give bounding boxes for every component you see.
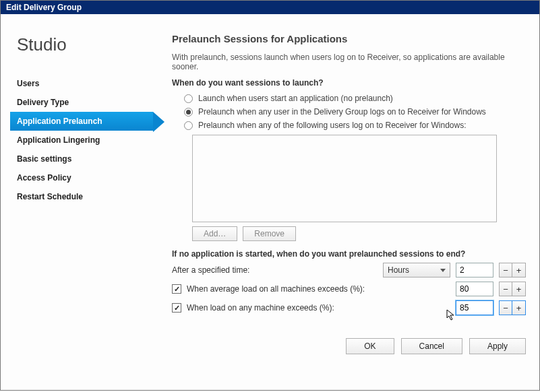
radio-label: Launch when users start an application (… [198,94,393,103]
remove-button[interactable]: Remove [243,226,296,241]
radio-icon [184,94,193,103]
radio-no-prelaunch[interactable]: Launch when users start an application (… [172,92,526,105]
radio-label: Prelaunch when any user in the Delivery … [198,107,486,117]
ok-button[interactable]: OK [346,338,394,354]
avg-load-label: When average load on all machines exceed… [187,284,365,294]
sidebar-item-label: Basic settings [17,154,71,164]
select-value: Hours [388,265,409,275]
sidebar-item-restart-schedule[interactable]: Restart Schedule [10,187,153,206]
after-time-label: After a specified time: [172,265,249,275]
sidebar-item-application-prelaunch[interactable]: Application Prelaunch [10,112,153,131]
dialog-footer: OK Cancel Apply [172,319,526,354]
sidebar-item-delivery-type[interactable]: Delivery Type [10,93,153,112]
apply-button[interactable]: Apply [469,338,526,354]
any-load-label: When load on any machine exceeds (%): [187,303,334,313]
sidebar-item-basic-settings[interactable]: Basic settings [10,150,153,168]
any-load-input[interactable] [456,300,493,315]
after-time-row: After a specified time: Hours − + [172,263,526,277]
main-panel: Prelaunch Sessions for Applications With… [157,28,530,381]
page-heading: Prelaunch Sessions for Applications [172,33,526,44]
users-listbox[interactable] [192,135,497,222]
increment-button[interactable]: + [512,282,526,296]
sidebar-item-label: Delivery Type [17,98,69,107]
increment-button[interactable]: + [512,263,526,277]
sidebar-item-label: Users [17,79,39,88]
page-description: With prelaunch, sessions launch when use… [172,53,526,71]
radio-any-user[interactable]: Prelaunch when any user in the Delivery … [172,105,526,119]
window: Edit Delivery Group Studio Users Deliver… [0,0,540,391]
sidebar-item-access-policy[interactable]: Access Policy [10,168,153,187]
any-load-checkbox[interactable] [172,303,181,313]
sidebar-item-application-lingering[interactable]: Application Lingering [10,131,153,150]
brand-title: Studio [10,28,153,74]
avg-load-spinner: − + [499,282,526,296]
time-value-input[interactable] [456,263,493,277]
decrement-button[interactable]: − [499,282,512,296]
sidebar-item-label: Application Prelaunch [17,117,102,126]
any-load-row: When load on any machine exceeds (%): − … [172,300,526,315]
increment-button[interactable]: + [512,300,526,315]
avg-load-row: When average load on all machines exceed… [172,282,526,296]
sidebar-item-label: Access Policy [17,173,71,183]
any-load-spinner: − + [499,300,526,315]
radio-icon [184,108,193,117]
sidebar-item-label: Restart Schedule [17,192,83,201]
avg-load-checkbox[interactable] [172,284,181,294]
decrement-button[interactable]: − [499,263,512,277]
add-button[interactable]: Add… [192,226,237,241]
decrement-button[interactable]: − [499,300,512,315]
window-body: Studio Users Delivery Type Application P… [1,14,539,390]
avg-load-input[interactable] [456,282,493,296]
radio-label: Prelaunch when any of the following user… [198,121,467,130]
sidebar-item-label: Application Lingering [17,135,100,145]
window-title: Edit Delivery Group [6,3,82,12]
cancel-button[interactable]: Cancel [401,338,462,354]
sidebar-item-users[interactable]: Users [10,74,153,93]
time-unit-select[interactable]: Hours [383,263,450,277]
end-question: If no application is started, when do yo… [172,249,526,259]
chevron-down-icon [440,269,446,272]
nav-list: Users Delivery Type Application Prelaunc… [10,74,153,206]
radio-specific-users[interactable]: Prelaunch when any of the following user… [172,119,526,132]
time-value-spinner: − + [499,263,526,277]
radio-icon [184,121,193,130]
title-bar: Edit Delivery Group [1,1,539,14]
launch-question: When do you want sessions to launch? [172,78,526,88]
list-buttons: Add… Remove [192,226,526,241]
sidebar: Studio Users Delivery Type Application P… [10,28,153,381]
